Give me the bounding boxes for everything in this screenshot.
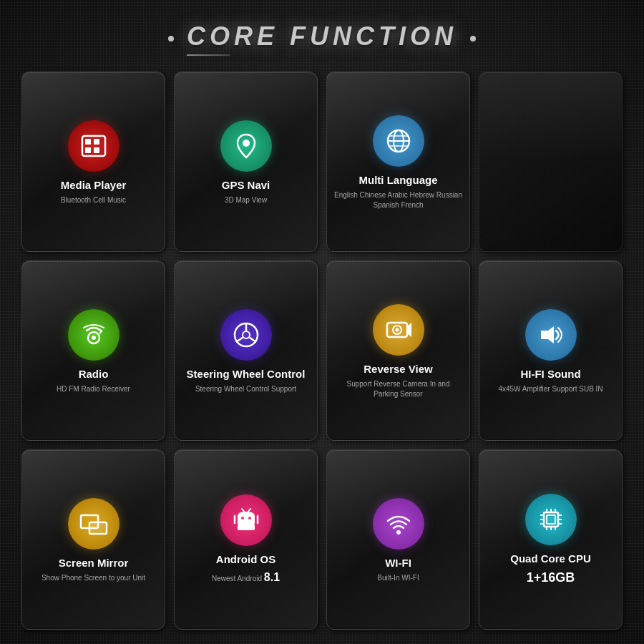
header-underline: [187, 54, 230, 56]
features-grid: Media Player Bluetooth Cell Music GPS Na…: [21, 72, 623, 630]
card-gps-navi: GPS Navi 3D Map View: [174, 72, 318, 252]
card-wifi: WI-FI Built-In WI-FI: [326, 449, 470, 630]
header-dot-right: [470, 36, 476, 42]
svg-line-18: [249, 337, 256, 342]
card-hifi-sound: HI-FI Sound 4x45W Amplifier Support SUB …: [479, 260, 623, 441]
gps-navi-title: GPS Navi: [222, 179, 270, 192]
android-os-subtitle: Newest Android 8.1: [212, 570, 280, 585]
svg-rect-26: [91, 524, 105, 532]
wifi-subtitle: Built-In WI-FI: [377, 573, 419, 583]
card-quad-core: Quad Core CPU 1+16GB: [479, 449, 623, 630]
svg-marker-23: [541, 326, 554, 343]
steering-wheel-icon: [220, 309, 272, 361]
multi-language-title: Multi Language: [359, 174, 438, 187]
hifi-sound-subtitle: 4x45W Amplifier Support SUB IN: [498, 384, 602, 394]
card-reverse-view: Reverse View Support Reverse Camera In a…: [326, 260, 470, 441]
page: CORE FUNCTION Media Player Bluetooth Cel…: [0, 0, 644, 644]
svg-rect-36: [547, 515, 555, 524]
page-title: CORE FUNCTION: [187, 21, 457, 52]
steering-wheel-title: Steering Wheel Control: [187, 368, 306, 381]
header: CORE FUNCTION: [168, 21, 476, 56]
svg-rect-4: [94, 147, 99, 153]
svg-point-5: [243, 140, 250, 147]
wifi-title: WI-FI: [385, 557, 411, 570]
gps-navi-subtitle: 3D Map View: [225, 195, 267, 205]
svg-rect-3: [94, 139, 99, 145]
card-steering-wheel: Steering Wheel Control Steering Wheel Co…: [174, 260, 318, 441]
media-player-icon: [68, 120, 119, 172]
svg-point-22: [395, 328, 399, 331]
reverse-view-subtitle: Support Reverse Camera In and Parking Se…: [334, 379, 462, 399]
card-radio: Radio HD FM Radio Receiver: [21, 260, 165, 441]
header-dot-left: [168, 36, 174, 42]
hifi-sound-title: HI-FI Sound: [520, 368, 580, 381]
svg-line-17: [236, 337, 243, 342]
screen-mirror-icon: [68, 498, 119, 550]
svg-rect-2: [85, 147, 91, 153]
svg-point-12: [92, 336, 96, 340]
svg-point-15: [243, 331, 250, 338]
gps-navi-icon: [220, 120, 272, 172]
multi-language-subtitle: English Chinese Arabic Hebrew Russian Sp…: [334, 190, 462, 210]
card-empty: [479, 72, 623, 252]
reverse-view-title: Reverse View: [364, 363, 432, 376]
card-screen-mirror: Screen Mirror Show Phone Screen to your …: [21, 449, 165, 630]
radio-icon: [68, 309, 119, 361]
quad-core-title: Quad Core CPU: [510, 552, 591, 565]
quad-core-icon: [525, 494, 577, 545]
svg-point-34: [396, 530, 401, 535]
svg-point-27: [241, 517, 244, 519]
card-multi-language: Multi Language English Chinese Arabic He…: [326, 72, 470, 252]
card-android-os: Android OS Newest Android 8.1: [174, 449, 318, 630]
media-player-subtitle: Bluetooth Cell Music: [61, 195, 126, 205]
android-os-title: Android OS: [216, 553, 275, 566]
multi-language-icon: [373, 115, 424, 167]
quad-core-subtitle: 1+16GB: [527, 569, 575, 587]
card-media-player: Media Player Bluetooth Cell Music: [21, 72, 165, 252]
svg-line-13: [99, 331, 102, 333]
media-player-title: Media Player: [61, 179, 127, 192]
reverse-view-icon: [373, 304, 424, 356]
wifi-icon: [373, 498, 424, 550]
android-os-icon: [220, 494, 272, 546]
svg-point-28: [248, 517, 251, 519]
svg-rect-33: [238, 525, 255, 530]
radio-subtitle: HD FM Radio Receiver: [57, 384, 130, 394]
screen-mirror-subtitle: Show Phone Screen to your Unit: [42, 573, 145, 583]
hifi-sound-icon: [525, 309, 577, 361]
svg-rect-1: [85, 139, 91, 145]
screen-mirror-title: Screen Mirror: [59, 557, 129, 570]
steering-wheel-subtitle: Steering Wheel Control Support: [195, 384, 296, 394]
radio-title: Radio: [79, 368, 109, 381]
